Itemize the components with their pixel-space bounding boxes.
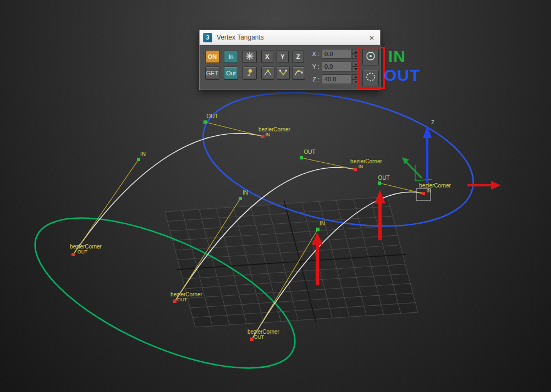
spinner-y-field[interactable]: 0.0: [322, 62, 351, 71]
handle-point[interactable]: [300, 156, 303, 159]
lamp-icon: [245, 68, 254, 78]
handle-label: OUT: [378, 175, 389, 181]
out-toggle-button[interactable]: Out: [224, 67, 238, 80]
corner-tangent-button[interactable]: [261, 67, 274, 80]
dialog-titlebar[interactable]: 3 Vertex Tangants ×: [200, 30, 380, 45]
on-toggle-button[interactable]: ON: [205, 50, 219, 63]
smooth-tangent-button[interactable]: [277, 67, 290, 80]
reset-all-button[interactable]: [243, 50, 257, 63]
vertex-label: bezierCorner: [350, 158, 382, 164]
spinner-z-field[interactable]: 40.0: [322, 74, 351, 84]
out-annotation-text: OUT: [384, 66, 420, 85]
handle-point[interactable]: [203, 120, 207, 124]
smooth-tangent-icon: [279, 68, 288, 78]
vertex-point[interactable]: [173, 300, 177, 303]
dialog-body: ON In GET Out X Y Z: [200, 45, 380, 90]
bezier-tangent-icon: [294, 68, 303, 78]
vertex-label: bezierCorner: [258, 126, 290, 132]
spinner-x-label: X :: [305, 51, 319, 57]
vertex-point[interactable]: [422, 192, 425, 195]
handle-label: OUT: [304, 149, 315, 155]
axis-x-button[interactable]: X: [261, 50, 273, 63]
dialog-title: Vertex Tangants: [217, 34, 264, 41]
y-axis-arrow[interactable]: [402, 157, 422, 178]
in-annotation-text: IN: [388, 47, 406, 66]
spinner-z-value: 40.0: [324, 76, 336, 82]
3dsmax-logo-icon: 3: [203, 33, 212, 42]
in-toggle-button[interactable]: In: [224, 50, 238, 63]
vertex-tangent-label: OUT: [78, 249, 87, 255]
spinner-z-label: Z :: [305, 76, 319, 82]
axis-z-button[interactable]: Z: [292, 50, 304, 63]
handle-point[interactable]: [137, 158, 140, 161]
handle-label: IN: [243, 190, 248, 196]
handle-label: IN: [319, 220, 325, 227]
corner-tangent-icon: [263, 68, 272, 78]
handle-label: OUT: [206, 113, 218, 119]
vertex-point[interactable]: [261, 135, 265, 138]
handle-point[interactable]: [239, 197, 242, 200]
handle-point[interactable]: [316, 228, 319, 231]
spinner-x-value: 0.0: [324, 51, 333, 57]
axis-tripod: z: [402, 118, 501, 190]
z-axis-arrow[interactable]: [423, 125, 432, 183]
vertex-point[interactable]: [354, 168, 357, 171]
vertex-tangent-label: IN: [359, 164, 363, 169]
red-highlight-box: [357, 47, 385, 89]
handle-label: IN: [140, 151, 146, 157]
spinner-x-field[interactable]: 0.0: [322, 49, 351, 59]
z-axis-label: z: [431, 118, 434, 126]
show-handles-button[interactable]: [243, 67, 257, 80]
vertex-label: bezierCorner: [419, 183, 451, 189]
vertex-tangent-label: OUT: [254, 334, 264, 340]
vertex-point[interactable]: [71, 253, 75, 256]
vertex-tangent-label: IN: [266, 132, 271, 137]
vertex-tangent-label: OUT: [177, 297, 187, 302]
starburst-icon: [245, 52, 254, 62]
handle-point[interactable]: [378, 181, 381, 185]
vertex-point[interactable]: [250, 338, 254, 341]
bezier-tangent-button[interactable]: [292, 67, 305, 80]
spinner-y-value: 0.0: [324, 63, 333, 70]
axis-y-button[interactable]: Y: [277, 50, 289, 63]
vertex-tangents-dialog: 3 Vertex Tangants × ON In GET Out X Y Z: [199, 30, 381, 90]
get-button[interactable]: GET: [205, 67, 219, 80]
spinner-y-label: Y :: [305, 63, 319, 70]
close-icon[interactable]: ×: [363, 31, 380, 44]
